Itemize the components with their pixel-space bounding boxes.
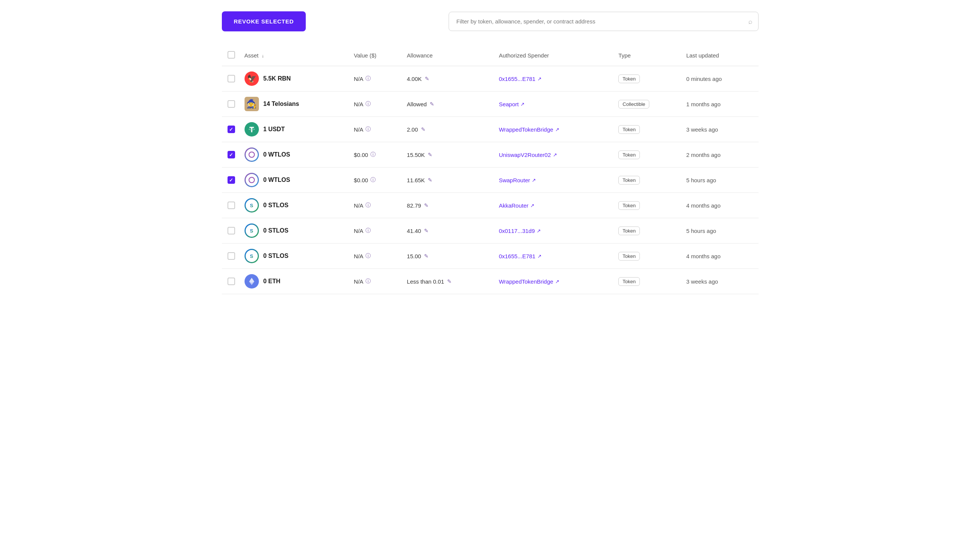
asset-name: 0 STLOS (263, 202, 289, 209)
wtlos-icon (245, 147, 259, 162)
table-row: S 0 STLOSN/Aⓘ82.79✎AkkaRouter↗Token4 mon… (222, 193, 759, 218)
spender-link[interactable]: WrappedTokenBridge↗ (499, 126, 611, 133)
allowance-amount: 4.00K (407, 76, 422, 82)
table-row: 0 WTLOS$0.00ⓘ15.50K✎UniswapV2Router02↗To… (222, 142, 759, 168)
info-icon[interactable]: ⓘ (366, 278, 371, 285)
row-checkbox[interactable] (228, 151, 235, 158)
value-amount: N/A (354, 253, 363, 259)
row-checkbox[interactable] (228, 252, 235, 260)
header-value: Value ($) (350, 47, 403, 66)
info-icon[interactable]: ⓘ (366, 227, 371, 234)
type-badge: Token (618, 201, 640, 210)
row-checkbox[interactable] (228, 100, 235, 108)
edit-icon[interactable]: ✎ (424, 228, 429, 234)
last-updated-cell: 3 weeks ago (683, 117, 759, 142)
table-row: S 0 STLOSN/Aⓘ15.00✎0x1655...E781↗Token4 … (222, 244, 759, 269)
info-icon[interactable]: ⓘ (366, 126, 371, 133)
table-row: 1 USDTN/Aⓘ2.00✎WrappedTokenBridge↗Token3… (222, 117, 759, 142)
edit-icon[interactable]: ✎ (430, 101, 434, 107)
info-icon[interactable]: ⓘ (371, 151, 375, 158)
asset-name: 0 STLOS (263, 227, 289, 234)
sort-arrow: ↓ (262, 53, 264, 59)
edit-icon[interactable]: ✎ (428, 151, 432, 158)
type-badge: Token (618, 150, 640, 159)
row-checkbox[interactable] (228, 278, 235, 285)
spender-link[interactable]: Seaport↗ (499, 101, 611, 107)
row-checkbox[interactable] (228, 75, 235, 82)
allowance-cell: 15.00✎ (403, 244, 495, 269)
value-amount: $0.00 (354, 151, 368, 158)
stlos-icon: S (245, 249, 259, 263)
header-checkbox-cell (222, 47, 241, 66)
value-amount: N/A (354, 278, 363, 285)
external-link-icon: ↗ (553, 152, 557, 158)
row-checkbox-cell (222, 218, 241, 244)
spender-name: UniswapV2Router02 (499, 151, 551, 158)
asset-cell: 🦅 5.5K RBN (241, 66, 350, 91)
row-checkbox[interactable] (228, 227, 235, 235)
search-input[interactable] (449, 12, 759, 31)
external-link-icon: ↗ (555, 278, 559, 284)
allowance-cell: 15.50K✎ (403, 142, 495, 168)
asset-cell: 1 USDT (241, 117, 350, 142)
type-badge: Token (618, 252, 640, 261)
row-checkbox-cell (222, 117, 241, 142)
spender-cell: Seaport↗ (495, 91, 614, 117)
spender-cell: 0x0117...31d9↗ (495, 218, 614, 244)
spender-link[interactable]: WrappedTokenBridge↗ (499, 278, 611, 285)
allowance-cell: 41.40✎ (403, 218, 495, 244)
search-icon: ⌕ (748, 17, 752, 25)
row-checkbox-cell (222, 91, 241, 117)
info-icon[interactable]: ⓘ (366, 252, 371, 259)
edit-icon[interactable]: ✎ (428, 177, 432, 183)
info-icon[interactable]: ⓘ (366, 101, 371, 107)
header-asset[interactable]: Asset ↓ (241, 47, 350, 66)
asset-cell: S 0 STLOS (241, 244, 350, 269)
spender-link[interactable]: 0x0117...31d9↗ (499, 228, 611, 234)
external-link-icon: ↗ (538, 76, 541, 82)
asset-name: 1 USDT (263, 126, 285, 133)
spender-link[interactable]: UniswapV2Router02↗ (499, 151, 611, 158)
spender-cell: AkkaRouter↗ (495, 193, 614, 218)
value-cell: N/Aⓘ (350, 117, 403, 142)
spender-link[interactable]: 0x1655...E781↗ (499, 76, 611, 82)
stlos-icon: S (245, 198, 259, 213)
spender-link[interactable]: AkkaRouter↗ (499, 202, 611, 209)
spender-name: WrappedTokenBridge (499, 278, 553, 285)
revoke-selected-button[interactable]: REVOKE SELECTED (222, 11, 306, 31)
last-updated-cell: 5 hours ago (683, 218, 759, 244)
info-icon[interactable]: ⓘ (366, 75, 371, 82)
table-header-row: Asset ↓ Value ($) Allowance Authorized S… (222, 47, 759, 66)
last-updated-cell: 0 minutes ago (683, 66, 759, 91)
type-cell: Token (614, 117, 682, 142)
row-checkbox[interactable] (228, 125, 235, 133)
table-row: 0 WTLOS$0.00ⓘ11.65K✎SwapRouter↗Token5 ho… (222, 168, 759, 193)
edit-icon[interactable]: ✎ (447, 278, 452, 284)
type-cell: Token (614, 244, 682, 269)
top-bar: REVOKE SELECTED ⌕ (222, 11, 759, 31)
asset-name: 0 ETH (263, 278, 280, 285)
spender-link[interactable]: SwapRouter↗ (499, 177, 611, 183)
info-icon[interactable]: ⓘ (371, 177, 375, 183)
spender-link[interactable]: 0x1655...E781↗ (499, 253, 611, 259)
edit-icon[interactable]: ✎ (425, 76, 429, 82)
type-cell: Token (614, 142, 682, 168)
edit-icon[interactable]: ✎ (424, 202, 429, 208)
last-updated-cell: 5 hours ago (683, 168, 759, 193)
row-checkbox[interactable] (228, 202, 235, 209)
header-allowance: Allowance (403, 47, 495, 66)
value-cell: N/Aⓘ (350, 244, 403, 269)
edit-icon[interactable]: ✎ (424, 253, 429, 259)
search-container: ⌕ (449, 12, 759, 31)
allowance-cell: Allowed✎ (403, 91, 495, 117)
info-icon[interactable]: ⓘ (366, 202, 371, 209)
table-row: 🦅 5.5K RBNN/Aⓘ4.00K✎0x1655...E781↗Token0… (222, 66, 759, 91)
last-updated-text: 4 months ago (686, 202, 721, 209)
row-checkbox-cell (222, 193, 241, 218)
svg-text:🦅: 🦅 (247, 74, 256, 83)
value-amount: N/A (354, 202, 363, 209)
select-all-checkbox[interactable] (228, 51, 235, 59)
edit-icon[interactable]: ✎ (421, 126, 426, 132)
row-checkbox[interactable] (228, 176, 235, 184)
spender-name: SwapRouter (499, 177, 530, 183)
